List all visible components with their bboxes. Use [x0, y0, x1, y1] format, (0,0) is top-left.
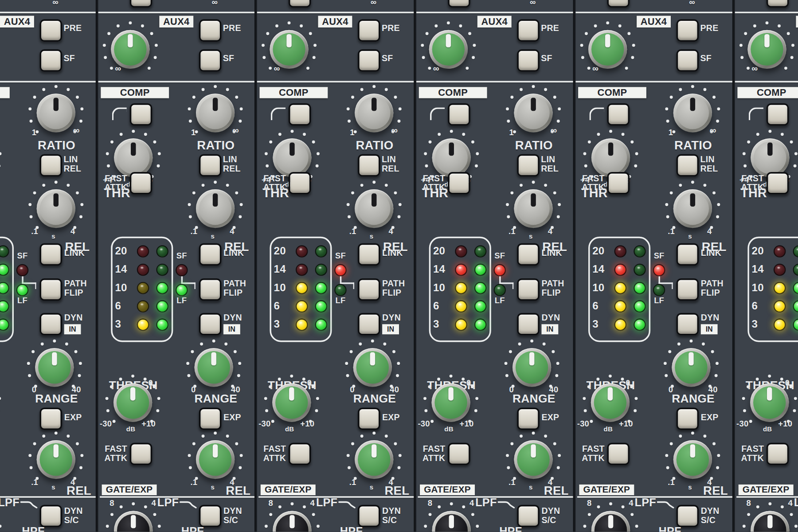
comp-link-button[interactable] — [358, 243, 380, 266]
aux4-pre-button[interactable] — [677, 20, 699, 42]
top-cut-button[interactable] — [767, 0, 789, 8]
comp-fast-attack-button[interactable] — [767, 172, 789, 195]
comp-knee-button[interactable] — [289, 103, 311, 126]
gate-range-knob[interactable] — [195, 348, 233, 387]
comp-release-knob[interactable] — [196, 189, 235, 228]
comp-dyn-in-button[interactable] — [199, 313, 222, 336]
gate-range-knob[interactable] — [35, 348, 74, 387]
comp-dyn-in-button[interactable] — [517, 313, 540, 336]
comp-ratio-knob[interactable] — [196, 94, 235, 132]
lpf-freq-knob[interactable] — [432, 511, 471, 532]
gate-threshold-knob[interactable] — [431, 383, 470, 422]
comp-link-button[interactable] — [199, 243, 222, 266]
filter-dyn-sc-button[interactable] — [517, 505, 540, 528]
aux4-sf-button[interactable] — [677, 49, 699, 72]
comp-link-button[interactable] — [517, 243, 540, 266]
comp-lin-rel-button[interactable] — [40, 154, 63, 177]
lpf-freq-knob[interactable] — [273, 511, 311, 532]
gate-fast-attack-button[interactable] — [130, 443, 153, 466]
filter-dyn-sc-button[interactable] — [199, 505, 222, 528]
comp-lin-rel-button[interactable] — [677, 154, 699, 177]
gate-range-knob[interactable] — [353, 348, 392, 387]
filter-dyn-sc-button[interactable] — [40, 505, 63, 528]
comp-threshold-knob[interactable] — [273, 138, 311, 177]
comp-path-flip-button[interactable] — [40, 278, 63, 301]
comp-knee-button[interactable] — [448, 103, 470, 126]
top-cut-button[interactable] — [607, 0, 630, 8]
gate-release-knob[interactable] — [355, 440, 393, 479]
comp-fast-attack-button[interactable] — [607, 172, 630, 195]
comp-fast-attack-button[interactable] — [448, 172, 470, 195]
filter-dyn-sc-button[interactable] — [358, 505, 380, 528]
top-cut-button[interactable] — [448, 0, 470, 8]
gate-range-knob[interactable] — [512, 348, 551, 387]
aux4-level-knob[interactable] — [747, 30, 786, 69]
comp-lin-rel-button[interactable] — [199, 154, 222, 177]
lpf-freq-knob[interactable] — [114, 511, 153, 532]
comp-path-flip-button[interactable] — [517, 278, 540, 301]
gate-release-knob[interactable] — [673, 440, 712, 479]
comp-knee-button[interactable] — [767, 103, 789, 126]
aux4-sf-button[interactable] — [358, 49, 380, 72]
comp-fast-attack-button[interactable] — [289, 172, 311, 195]
aux4-sf-button[interactable] — [517, 49, 540, 72]
comp-ratio-knob[interactable] — [673, 94, 712, 132]
comp-dyn-in-button[interactable] — [677, 313, 699, 336]
comp-threshold-knob[interactable] — [751, 138, 789, 177]
gate-exp-button[interactable] — [40, 408, 63, 430]
lpf-freq-knob[interactable] — [591, 511, 630, 532]
gate-exp-button[interactable] — [517, 408, 540, 430]
comp-release-knob[interactable] — [673, 189, 712, 228]
comp-lin-rel-button[interactable] — [517, 154, 540, 177]
gate-exp-button[interactable] — [358, 408, 380, 430]
comp-ratio-knob[interactable] — [514, 94, 552, 132]
gate-threshold-knob[interactable] — [272, 383, 311, 422]
aux4-sf-button[interactable] — [40, 49, 63, 72]
gate-fast-attack-button[interactable] — [767, 443, 789, 466]
comp-fast-attack-button[interactable] — [130, 172, 153, 195]
top-cut-button[interactable] — [130, 0, 153, 8]
comp-lin-rel-button[interactable] — [358, 154, 380, 177]
gate-exp-button[interactable] — [199, 408, 222, 430]
gate-threshold-knob[interactable] — [750, 383, 789, 422]
aux4-pre-button[interactable] — [199, 20, 222, 42]
aux4-level-knob[interactable] — [429, 30, 468, 69]
top-cut-button[interactable] — [289, 0, 311, 8]
gate-release-knob[interactable] — [514, 440, 552, 479]
comp-release-knob[interactable] — [514, 189, 552, 228]
aux4-level-knob[interactable] — [588, 30, 627, 69]
comp-link-button[interactable] — [677, 243, 699, 266]
gate-threshold-knob[interactable] — [591, 383, 630, 422]
aux4-level-knob[interactable] — [111, 30, 149, 69]
comp-ratio-knob[interactable] — [355, 94, 393, 132]
gate-fast-attack-button[interactable] — [289, 443, 311, 466]
comp-release-knob[interactable] — [355, 189, 393, 228]
aux4-level-knob[interactable] — [270, 30, 308, 69]
lpf-freq-knob[interactable] — [751, 511, 789, 532]
filter-dyn-sc-button[interactable] — [677, 505, 699, 528]
gate-exp-button[interactable] — [677, 408, 699, 430]
comp-dyn-in-button[interactable] — [358, 313, 380, 336]
aux4-pre-button[interactable] — [517, 20, 540, 42]
comp-path-flip-button[interactable] — [358, 278, 380, 301]
comp-knee-button[interactable] — [607, 103, 630, 126]
comp-path-flip-button[interactable] — [677, 278, 699, 301]
gate-range-knob[interactable] — [672, 348, 710, 387]
aux4-pre-button[interactable] — [40, 20, 63, 42]
aux4-pre-button[interactable] — [358, 20, 380, 42]
comp-threshold-knob[interactable] — [114, 138, 153, 177]
gate-fast-attack-button[interactable] — [448, 443, 470, 466]
gate-fast-attack-button[interactable] — [607, 443, 630, 466]
gate-release-knob[interactable] — [37, 440, 75, 479]
comp-knee-button[interactable] — [130, 103, 153, 126]
gate-threshold-knob[interactable] — [113, 383, 152, 422]
comp-dyn-in-button[interactable] — [40, 313, 63, 336]
comp-ratio-knob[interactable] — [37, 94, 75, 132]
comp-link-button[interactable] — [40, 243, 63, 266]
comp-release-knob[interactable] — [37, 189, 75, 228]
gate-release-knob[interactable] — [196, 440, 235, 479]
comp-threshold-knob[interactable] — [591, 138, 630, 177]
aux4-sf-button[interactable] — [199, 49, 222, 72]
comp-path-flip-button[interactable] — [199, 278, 222, 301]
comp-threshold-knob[interactable] — [432, 138, 471, 177]
